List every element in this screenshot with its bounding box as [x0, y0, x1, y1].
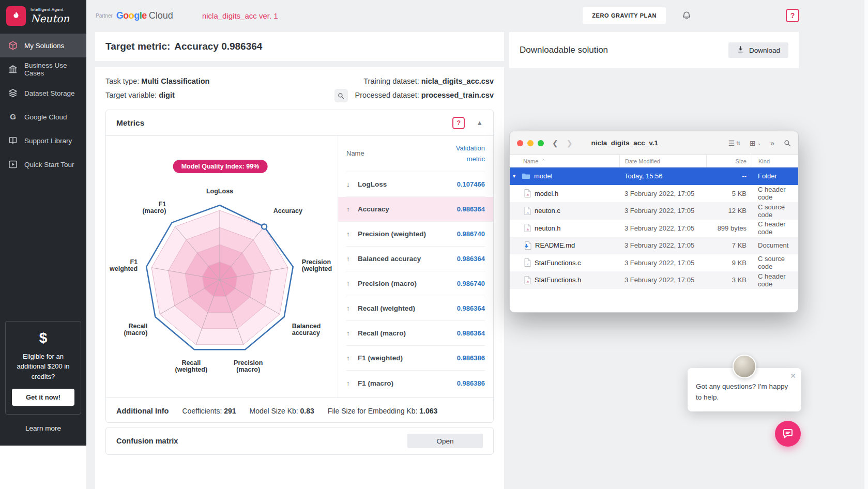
get-it-now-button[interactable]: Get it now!	[12, 389, 74, 406]
chat-widget: ✕ Got any questions? I'm happy to help.	[688, 368, 801, 411]
zero-gravity-plan-button[interactable]: ZERO GRAVITY PLAN	[583, 7, 666, 24]
file-name: README.md	[535, 241, 575, 249]
metrics-col-value-header[interactable]: Validation metric	[447, 143, 485, 165]
file-kind: C source code	[752, 203, 798, 219]
arrow-up-icon: ↑	[346, 280, 358, 287]
column-header-size[interactable]: Size	[706, 155, 752, 167]
finder-row-statfunctions-c[interactable]: .c StatFunctions.c 3 February 2022, 17:0…	[510, 254, 798, 272]
sidebar-item-label: Business Use Cases	[24, 62, 79, 77]
arrow-up-icon: ↑	[346, 255, 358, 263]
file-name: neuton.h	[535, 224, 561, 232]
file-kind: C source code	[752, 255, 798, 270]
chevron-down-icon[interactable]: ▾	[513, 173, 518, 179]
folder-icon	[522, 173, 530, 179]
file-size: 9 KB	[706, 259, 752, 267]
page-scrollbar[interactable]	[864, 0, 868, 489]
metrics-help-button[interactable]: ?	[452, 117, 465, 129]
file-size: --	[706, 172, 752, 180]
file-size: 5 KB	[706, 190, 752, 197]
back-button[interactable]: ❮	[552, 139, 558, 147]
confusion-matrix-title: Confusion matrix	[116, 437, 178, 445]
sidebar-item-business-use-cases[interactable]: Business Use Cases	[0, 57, 86, 81]
arrow-up-icon: ↑	[346, 230, 358, 238]
model-quality-badge: Model Quality Index: 99%	[173, 160, 268, 173]
credits-card: $ Eligible for an additional $200 in cre…	[5, 321, 81, 415]
metric-row-logloss: ↓ LogLoss 0.107466	[346, 172, 485, 197]
chat-icon	[782, 427, 794, 440]
finder-row-statfunctions-h[interactable]: .h StatFunctions.h 3 February 2022, 17:0…	[510, 271, 798, 289]
topbar: Partner Google Cloud nicla_digits_acc ve…	[86, 0, 868, 31]
file-kind: Folder	[752, 172, 798, 180]
finder-row-model-folder[interactable]: ▾ model Today, 15:56 -- Folder	[510, 167, 798, 185]
sidebar-item-quick-start-tour[interactable]: Quick Start Tour	[0, 152, 86, 176]
column-header-name[interactable]: Name ⌃	[510, 155, 619, 167]
svg-text:Accuracy: Accuracy	[273, 207, 302, 215]
svg-text:Balancedaccuracy: Balancedaccuracy	[292, 323, 321, 337]
file-kind: C header code	[752, 186, 798, 201]
file-size: 899 bytes	[706, 224, 752, 232]
finder-window-title: nicla_digits_acc_v.1	[591, 139, 658, 147]
solutions-cube-icon	[8, 40, 18, 51]
finder-row-model-h[interactable]: .h model.h 3 February 2022, 17:05 5 KB C…	[510, 185, 798, 203]
metric-row-accuracy: ↑ Accuracy 0.986364	[338, 197, 493, 222]
zoom-window-button[interactable]	[538, 140, 544, 146]
file-name: model.h	[535, 190, 558, 197]
support-agent-avatar	[733, 355, 756, 378]
help-button[interactable]: ?	[786, 9, 799, 22]
group-view-icon[interactable]: ⊞⌄	[750, 139, 761, 147]
finder-column-headers: Name ⌃ Date Modified Size Kind	[510, 155, 798, 167]
training-dataset-line: Training dataset: nicla_digits_acc.csv	[334, 74, 494, 88]
file-date: 3 February 2022, 17:05	[619, 207, 706, 215]
finder-row-neuton-h[interactable]: .h neuton.h 3 February 2022, 17:05 899 b…	[510, 220, 798, 237]
column-header-date[interactable]: Date Modified	[619, 155, 706, 167]
page-background	[0, 446, 86, 489]
sidebar-item-dataset-storage[interactable]: Dataset Storage	[0, 81, 86, 105]
arrow-down-icon: ↓	[346, 180, 358, 188]
sidebar-item-my-solutions[interactable]: My Solutions	[0, 34, 86, 57]
finder-row-readme-md[interactable]: README.md 3 February 2022, 17:05 7 KB Do…	[510, 237, 798, 254]
column-header-kind[interactable]: Kind	[752, 155, 798, 167]
download-icon	[737, 45, 744, 55]
close-icon[interactable]: ✕	[790, 372, 796, 380]
radar-chart-area: Model Quality Index: 99% LogLossAccuracy…	[106, 136, 338, 398]
minimize-window-button[interactable]	[527, 140, 534, 146]
chat-message: Got any questions? I'm happy to help.	[696, 381, 793, 403]
target-metric-label: Target metric:	[105, 41, 170, 52]
finder-toolbar: ❮ ❯ nicla_digits_acc_v.1 ☰⇅ ⊞⌄ »	[510, 131, 798, 155]
sidebar-item-support-library[interactable]: Support Library	[0, 129, 86, 152]
model-size-info: Model Size Kb: 0.83	[250, 407, 314, 415]
sidebar-nav: My Solutions Business Use Cases Dataset …	[0, 34, 86, 176]
download-button[interactable]: Download	[728, 42, 788, 58]
file-size: 12 KB	[706, 207, 752, 215]
chat-bubble-button[interactable]	[775, 421, 801, 447]
file-date: 3 February 2022, 17:05	[619, 259, 706, 267]
list-view-icon[interactable]: ☰⇅	[728, 139, 740, 147]
sidebar-item-google-cloud[interactable]: G Google Cloud	[0, 105, 86, 129]
finder-row-neuton-c[interactable]: .c neuton.c 3 February 2022, 17:05 12 KB…	[510, 202, 798, 220]
collapse-chevron-icon[interactable]: ▲	[476, 119, 483, 127]
file-date: 3 February 2022, 17:05	[619, 241, 706, 249]
google-cloud-logo: Google	[116, 10, 147, 21]
c-header-file-icon: .h	[524, 189, 531, 197]
metrics-title: Metrics	[116, 118, 144, 128]
close-window-button[interactable]	[517, 140, 523, 146]
svg-text:.c: .c	[526, 211, 529, 214]
svg-text:F1(macro): F1(macro)	[142, 201, 166, 215]
task-type-line: Task type: Multi Classification	[105, 74, 209, 88]
more-toolbar-icon[interactable]: »	[770, 139, 774, 147]
svg-text:.h: .h	[526, 193, 529, 196]
forward-button[interactable]: ❯	[567, 139, 573, 147]
metric-row-f1-macro: ↑ F1 (macro) 0.986386	[346, 371, 485, 395]
notifications-bell-icon[interactable]	[681, 10, 692, 21]
svg-text:Precision(weighted: Precision(weighted	[302, 258, 332, 272]
brand-logo: Intelligent Agent Neuton	[0, 0, 86, 33]
book-icon	[8, 135, 18, 146]
file-size: 3 KB	[706, 276, 752, 284]
file-date: 3 February 2022, 17:05	[619, 224, 706, 232]
confusion-open-button[interactable]: Open	[407, 434, 483, 448]
learn-more-link[interactable]: Learn more	[0, 424, 86, 432]
search-dataset-icon[interactable]	[334, 89, 348, 102]
sidebar-item-label: Dataset Storage	[24, 89, 75, 97]
finder-search-icon[interactable]	[784, 140, 791, 147]
file-size: 7 KB	[706, 241, 752, 249]
